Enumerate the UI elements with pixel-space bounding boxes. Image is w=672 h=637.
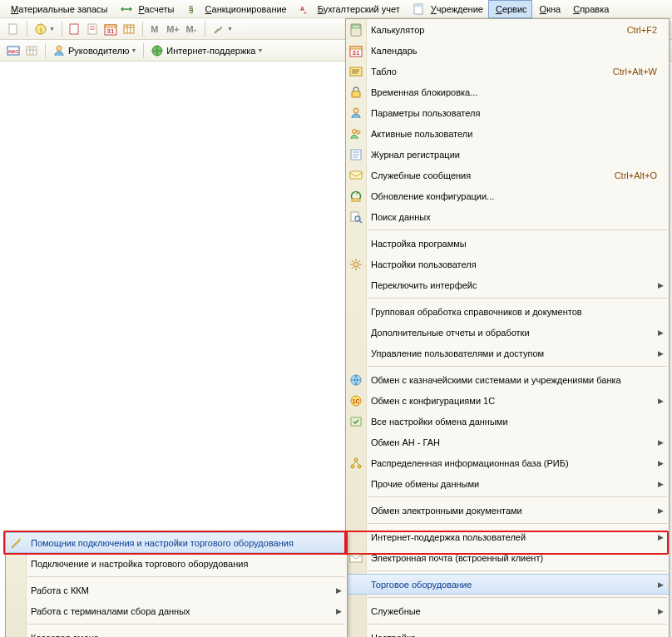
service-item-33[interactable]: Служебные▶ xyxy=(346,600,669,621)
service-label-7: Служебные сообщения xyxy=(371,170,595,180)
m-bold[interactable]: M xyxy=(146,21,163,37)
sub-icon-3 xyxy=(9,584,22,597)
grid-icon[interactable] xyxy=(23,42,40,59)
doc-icon-2[interactable] xyxy=(84,21,101,37)
service-item-3[interactable]: Временная блокировка... xyxy=(346,81,669,102)
service-arrow-16: ▶ xyxy=(658,328,664,337)
service-icon-6 xyxy=(349,148,363,161)
service-item-6[interactable]: Журнал регистрации xyxy=(346,144,669,165)
service-icon-12 xyxy=(349,258,363,271)
service-label-17: Управление пользователями и доступом xyxy=(371,348,657,358)
menubar-item-5[interactable]: Сервис xyxy=(488,0,532,18)
service-item-35[interactable]: Настройка... xyxy=(346,627,669,637)
service-label-26: Обмен электронными документами xyxy=(371,506,657,516)
ruk-dropdown[interactable]: Руководителю ▼ xyxy=(49,44,140,57)
service-label-8: Обновление конфигурации... xyxy=(371,191,657,201)
service-icon-29 xyxy=(349,551,363,565)
service-item-15[interactable]: Групповая обработка справочников и докум… xyxy=(346,301,669,322)
service-label-5: Активные пользователи xyxy=(371,129,657,139)
service-icon-4 xyxy=(349,106,363,120)
sub-item-0[interactable]: Помощник подключения и настройки торгово… xyxy=(6,532,347,553)
service-item-26[interactable]: Обмен электронными документами▶ xyxy=(346,500,669,521)
service-item-22[interactable]: Обмен АН - ГАН▶ xyxy=(346,432,669,452)
service-item-19[interactable]: Обмен с казначейскими системами и учрежд… xyxy=(346,369,669,390)
m-minus[interactable]: M- xyxy=(183,21,200,37)
service-arrow-17: ▶ xyxy=(658,349,664,358)
menubar-item-6[interactable]: Окна xyxy=(532,1,566,17)
internet-label: Интернет-поддержка xyxy=(166,46,255,56)
service-item-23[interactable]: Распределенная информационная база (РИБ)… xyxy=(346,452,669,473)
service-item-28[interactable]: Интернет-поддержка пользователей▶ xyxy=(346,526,669,547)
service-item-21[interactable]: Все настройки обмена данными xyxy=(346,411,669,432)
internet-support-dropdown[interactable]: Интернет-поддержка ▼ xyxy=(147,44,266,57)
service-item-4[interactable]: Параметры пользователя xyxy=(346,102,669,123)
service-item-1[interactable]: Календарь xyxy=(346,40,669,61)
service-icon-0 xyxy=(349,23,363,37)
wrench-dropdown[interactable]: ▼ xyxy=(209,22,236,36)
service-item-9[interactable]: Поиск данных xyxy=(346,206,669,227)
service-item-20[interactable]: Обмен с конфигурациями 1С▶ xyxy=(346,390,669,411)
service-label-13: Переключить интерфейс xyxy=(371,280,657,290)
service-sep-30 xyxy=(368,570,667,571)
sub-item-6[interactable]: Кассовая смена xyxy=(6,627,347,637)
calendar-31-icon[interactable] xyxy=(102,21,119,37)
menubar-icon-2: § xyxy=(184,1,200,17)
service-item-0[interactable]: КалькуляторCtrl+F2 xyxy=(346,19,669,40)
svg-rect-57 xyxy=(70,24,78,34)
service-item-11[interactable]: Настройка программы xyxy=(346,233,669,254)
calendar-grid-icon[interactable] xyxy=(121,21,137,37)
menubar-item-2[interactable]: §Санкционирование xyxy=(179,1,291,17)
service-label-6: Журнал регистрации xyxy=(371,150,657,160)
service-label-21: Все настройки обмена данными xyxy=(371,417,657,427)
service-icon-7 xyxy=(349,169,363,182)
menubar-label-4: Учреждение xyxy=(431,4,483,14)
service-label-22: Обмен АН - ГАН xyxy=(371,437,657,447)
menubar-item-7[interactable]: Справка xyxy=(566,1,614,17)
service-arrow-23: ▶ xyxy=(658,459,664,467)
sub-item-1[interactable]: Подключение и настройка торгового оборуд… xyxy=(6,553,347,574)
m-plus[interactable]: M+ xyxy=(165,21,181,37)
info-dropdown[interactable]: i▼ xyxy=(31,22,58,36)
service-sep-10 xyxy=(368,230,667,230)
service-label-31: Торговое оборудование xyxy=(371,580,657,590)
sub-arrow-4: ▶ xyxy=(336,607,342,615)
ruk-label: Руководителю xyxy=(68,46,129,56)
menubar-item-3[interactable]: АкБухгалтерский учет xyxy=(292,1,405,17)
service-item-5[interactable]: Активные пользователи xyxy=(346,123,669,144)
sub-item-4[interactable]: Работа с терминалами сбора данных▶ xyxy=(6,600,347,621)
service-item-13[interactable]: Переключить интерфейс▶ xyxy=(346,274,669,295)
service-arrow-22: ▶ xyxy=(658,438,664,447)
service-label-24: Прочие обмены данными xyxy=(371,479,657,489)
service-icon-2 xyxy=(349,65,363,78)
service-item-17[interactable]: Управление пользователями и доступом▶ xyxy=(346,343,669,363)
main-menubar: Материальные запасыРасчеты§Санкционирова… xyxy=(0,0,672,18)
menubar-item-1[interactable]: Расчеты xyxy=(113,1,180,17)
service-icon-8 xyxy=(349,190,363,203)
menubar-item-0[interactable]: Материальные запасы xyxy=(3,1,113,17)
trade-equipment-submenu: Помощник подключения и настройки торгово… xyxy=(5,531,348,637)
sub-icon-6 xyxy=(9,631,22,638)
service-label-19: Обмен с казначейскими системами и учрежд… xyxy=(371,375,657,385)
sub-item-3[interactable]: Работа с ККМ▶ xyxy=(6,580,347,600)
service-item-16[interactable]: Дополнительные отчеты и обработки▶ xyxy=(346,322,669,343)
new-icon[interactable] xyxy=(5,21,22,37)
sub-sep-5 xyxy=(27,624,345,625)
service-item-2[interactable]: ТаблоCtrl+Alt+W xyxy=(346,61,669,81)
svg-rect-54 xyxy=(9,24,17,34)
sub-icon-1 xyxy=(9,557,22,570)
menubar-label-2: Санкционирование xyxy=(205,4,286,14)
service-label-0: Калькулятор xyxy=(371,25,607,35)
service-item-12[interactable]: Настройки пользователя xyxy=(346,254,669,274)
menubar-item-4[interactable]: Учреждение xyxy=(405,1,488,17)
service-icon-19 xyxy=(349,373,363,387)
service-item-7[interactable]: Служебные сообщенияCtrl+Alt+O xyxy=(346,165,669,185)
service-item-8[interactable]: Обновление конфигурации... xyxy=(346,185,669,206)
doc-icon-1[interactable] xyxy=(66,21,82,37)
service-item-31[interactable]: Торговое оборудование▶ xyxy=(346,574,669,595)
service-item-24[interactable]: Прочие обмены данными▶ xyxy=(346,473,669,494)
sub-label-0: Помощник подключения и настройки торгово… xyxy=(31,538,335,548)
service-icon-26 xyxy=(349,504,363,517)
service-item-29[interactable]: Электронная почта (встроенный клиент) xyxy=(346,547,669,568)
service-icon-17 xyxy=(349,347,363,360)
abc-icon[interactable]: ABC xyxy=(5,42,22,59)
